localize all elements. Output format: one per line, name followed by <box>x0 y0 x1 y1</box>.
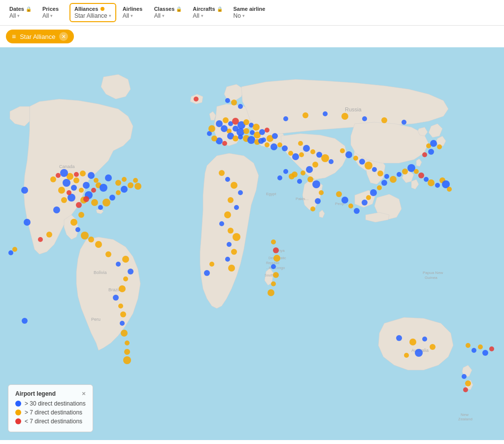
svg-text:Bolivia: Bolivia <box>94 270 107 275</box>
filter-airlines[interactable]: Airlines All ▾ <box>118 3 148 22</box>
svg-point-29 <box>71 185 77 191</box>
svg-point-137 <box>228 265 235 272</box>
svg-point-218 <box>297 179 302 184</box>
svg-point-31 <box>58 187 65 194</box>
lock-icon: 🔒 <box>176 6 182 12</box>
filter-bar: Dates 🔒 All ▾ Prices All ▾ Alliances Sta… <box>0 0 504 26</box>
svg-point-217 <box>354 208 360 214</box>
svg-point-164 <box>359 159 365 165</box>
svg-point-22 <box>53 206 60 213</box>
svg-point-76 <box>120 321 125 326</box>
svg-point-61 <box>75 227 80 232</box>
svg-point-34 <box>83 182 90 189</box>
svg-point-53 <box>109 195 115 201</box>
svg-point-142 <box>273 272 279 278</box>
lock-icon: 🔒 <box>217 6 223 12</box>
svg-point-46 <box>105 174 112 181</box>
svg-point-80 <box>123 356 131 364</box>
svg-point-54 <box>116 190 121 195</box>
filter-icon: ≡ <box>12 33 16 40</box>
svg-point-185 <box>362 200 368 205</box>
alliance-filter-chip[interactable]: ≡ Star Alliance × <box>6 30 74 43</box>
filter-aircrafts-value: All ▾ <box>193 12 203 19</box>
svg-point-79 <box>124 349 130 355</box>
filter-dates-value: All ▾ <box>9 12 20 19</box>
svg-point-191 <box>283 116 288 121</box>
svg-point-23 <box>61 197 67 203</box>
svg-point-157 <box>312 180 320 188</box>
svg-text:Zealand: Zealand <box>458 417 472 421</box>
svg-point-190 <box>422 152 427 157</box>
svg-point-141 <box>271 264 276 269</box>
svg-point-20 <box>46 232 52 238</box>
svg-point-49 <box>83 196 89 202</box>
filter-dates[interactable]: Dates 🔒 All ▾ <box>5 3 36 22</box>
legend-title-text: Airport legend <box>15 390 56 397</box>
svg-point-207 <box>466 343 470 348</box>
svg-point-115 <box>238 104 243 109</box>
svg-point-146 <box>204 270 210 276</box>
filter-classes-label: Classes 🔒 <box>154 6 182 12</box>
svg-point-154 <box>306 166 313 173</box>
filter-alliances-label: Alliances <box>74 6 104 12</box>
svg-point-132 <box>228 228 234 234</box>
svg-point-59 <box>78 212 84 218</box>
svg-point-69 <box>122 256 129 263</box>
svg-point-41 <box>74 172 79 177</box>
chevron-down-icon: ▾ <box>50 13 53 18</box>
svg-point-38 <box>94 178 99 183</box>
svg-point-72 <box>119 285 126 292</box>
svg-point-119 <box>277 142 282 147</box>
svg-point-151 <box>321 154 329 162</box>
svg-point-52 <box>102 199 110 206</box>
svg-point-118 <box>270 143 277 150</box>
legend-item-gold: > 7 direct destinations <box>15 409 86 416</box>
chip-close-button[interactable]: × <box>59 32 68 41</box>
svg-point-198 <box>396 335 402 341</box>
svg-point-67 <box>105 251 111 257</box>
legend-item-blue-label: > 30 direct destinations <box>25 400 86 407</box>
svg-point-153 <box>312 162 318 168</box>
svg-point-166 <box>372 167 377 172</box>
svg-point-110 <box>211 136 217 141</box>
filter-aircrafts[interactable]: Aircrafts 🔒 All ▾ <box>188 3 227 22</box>
chevron-down-icon: ▾ <box>242 13 245 18</box>
svg-point-123 <box>299 152 304 157</box>
svg-text:Peru: Peru <box>91 317 101 322</box>
filter-alliances-value: Star Alliance ▾ <box>74 12 111 19</box>
filter-classes[interactable]: Classes 🔒 All ▾ <box>150 3 187 22</box>
svg-text:Brazil: Brazil <box>108 287 120 292</box>
svg-point-216 <box>348 204 353 208</box>
svg-point-65 <box>12 247 17 252</box>
svg-point-192 <box>302 112 308 118</box>
chevron-down-icon: ▾ <box>17 13 20 18</box>
svg-text:Pakis...: Pakis... <box>296 197 308 201</box>
filter-same-airline[interactable]: Same airline No ▾ <box>229 3 270 22</box>
filter-same-airline-value: No ▾ <box>234 12 245 19</box>
svg-point-100 <box>233 136 238 141</box>
svg-point-97 <box>259 129 265 135</box>
filter-prices[interactable]: Prices All ▾ <box>38 3 67 22</box>
svg-point-48 <box>122 177 127 182</box>
svg-point-124 <box>219 170 225 176</box>
svg-point-189 <box>428 149 434 155</box>
svg-point-56 <box>128 182 134 188</box>
svg-point-94 <box>243 128 249 134</box>
svg-point-168 <box>384 174 389 179</box>
svg-point-51 <box>98 205 103 210</box>
legend-close-button[interactable]: × <box>82 390 86 397</box>
svg-point-149 <box>310 149 315 154</box>
svg-point-156 <box>307 176 313 182</box>
svg-point-159 <box>315 198 321 204</box>
svg-point-148 <box>303 145 310 152</box>
svg-point-32 <box>63 179 70 187</box>
legend-item-blue: > 30 direct destinations <box>15 400 86 407</box>
svg-point-220 <box>283 169 288 174</box>
filter-alliances[interactable]: Alliances Star Alliance ▾ <box>69 3 116 22</box>
svg-point-171 <box>402 169 408 174</box>
svg-point-139 <box>273 247 279 253</box>
svg-point-107 <box>272 133 278 139</box>
svg-text:Canada: Canada <box>59 164 75 169</box>
svg-point-161 <box>340 148 345 153</box>
svg-point-133 <box>233 233 240 241</box>
